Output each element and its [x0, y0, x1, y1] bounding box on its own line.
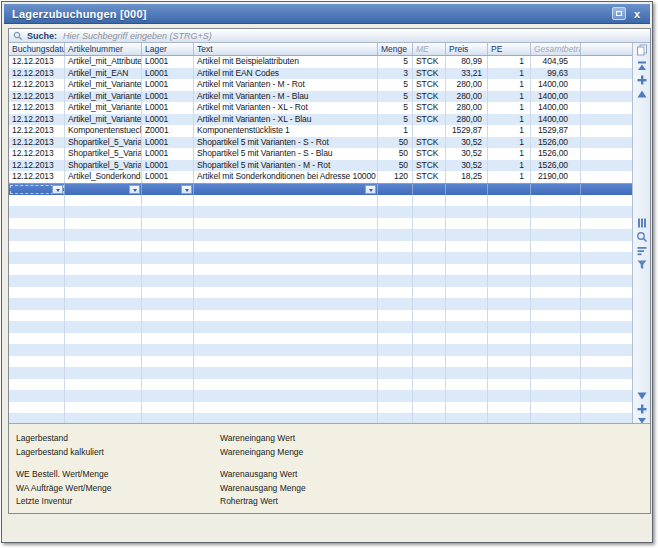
scroll-down-icon[interactable] — [636, 390, 648, 402]
table-row[interactable]: 12.12.2013Artikel_mit_Varianten.L0001Art… — [9, 79, 632, 91]
cell-buchungsdatum — [9, 218, 65, 230]
column-header-preis[interactable]: Preis — [446, 43, 488, 55]
cell-pe: 1 — [488, 79, 531, 91]
cell-text — [194, 310, 378, 322]
empty-row — [9, 356, 632, 368]
cell-menge — [378, 356, 413, 368]
new-entry-cell-gesamtbetrag[interactable] — [531, 184, 581, 195]
new-entry-cell-me[interactable] — [413, 184, 446, 195]
cell-preis — [446, 275, 488, 287]
new-entry-cell-extra[interactable] — [581, 184, 633, 195]
column-header-text[interactable]: Text — [194, 43, 378, 55]
table-row[interactable]: 12.12.2013Artikel_mit_Varianten.L0001Art… — [9, 102, 632, 114]
column-header-me[interactable]: ME — [413, 43, 446, 55]
add-row-icon[interactable] — [636, 74, 648, 86]
cell-me: STCK — [413, 137, 446, 149]
dropdown-button-text[interactable] — [365, 185, 376, 194]
cell-gesamtbetrag — [531, 298, 581, 310]
cell-lager: L0001 — [142, 148, 194, 160]
column-header-buchungsdatum[interactable]: Buchungsdatum — [9, 43, 65, 55]
cell-buchungsdatum — [9, 402, 65, 414]
cell-lager: L0001 — [142, 137, 194, 149]
info-label: Rohertrag Wert — [220, 496, 306, 510]
column-header-extra[interactable] — [581, 43, 633, 55]
filter-icon[interactable] — [636, 259, 648, 271]
table-row[interactable]: 12.12.2013Artikel_Sonderkonditi.L0001Art… — [9, 171, 632, 183]
cell-artikelnummer: Artikel_mit_EAN — [65, 68, 142, 80]
scroll-top-icon[interactable] — [636, 60, 648, 72]
cell-buchungsdatum — [9, 310, 65, 322]
cell-pe — [488, 206, 531, 218]
cell-extra — [581, 218, 632, 230]
chevron-down-icon — [133, 189, 137, 194]
sort-icon[interactable] — [636, 245, 648, 257]
cell-text — [194, 390, 378, 402]
cell-pe — [488, 241, 531, 253]
new-entry-row[interactable] — [9, 183, 632, 195]
column-header-gesamtbetrag[interactable]: Gesamtbetrag — [531, 43, 581, 55]
column-chooser-icon[interactable] — [636, 217, 648, 229]
cell-text — [194, 356, 378, 368]
new-entry-cell-text[interactable] — [194, 184, 378, 195]
column-header-lager[interactable]: Lager — [142, 43, 194, 55]
dropdown-button-buchungsdatum[interactable] — [52, 185, 63, 194]
restore-icon[interactable] — [612, 7, 626, 20]
cell-artikelnummer — [65, 344, 142, 356]
cell-pe — [488, 379, 531, 391]
new-entry-cell-preis[interactable] — [446, 184, 488, 195]
cell-pe — [488, 356, 531, 368]
cell-artikelnummer: Artikel_mit_Varianten. — [65, 79, 142, 91]
new-entry-cell-lager[interactable] — [142, 184, 194, 195]
cell-artikelnummer — [65, 195, 142, 207]
search-placeholder: Hier Suchbegriff eingeben (STRG+S) — [63, 31, 212, 41]
column-header-menge[interactable]: Menge — [378, 43, 413, 55]
cell-extra — [581, 56, 632, 68]
cell-preis — [446, 287, 488, 299]
table-row[interactable]: 12.12.2013Komponentenstueckli.Z0001Kompo… — [9, 125, 632, 137]
cell-artikelnummer — [65, 413, 142, 423]
copy-icon[interactable] — [636, 44, 648, 56]
cell-lager: L0001 — [142, 171, 194, 183]
grid-search-icon[interactable] — [636, 231, 648, 243]
cell-pe — [488, 413, 531, 423]
table-row[interactable]: 12.12.2013Artikel_mit_AttributenL0001Art… — [9, 56, 632, 68]
cell-extra — [581, 390, 632, 402]
new-entry-cell-artikelnummer[interactable] — [65, 184, 142, 195]
cell-preis: 30,52 — [446, 148, 488, 160]
add-row2-icon[interactable] — [636, 403, 648, 415]
cell-buchungsdatum — [9, 275, 65, 287]
cell-gesamtbetrag — [531, 218, 581, 230]
cell-preis — [446, 356, 488, 368]
close-icon[interactable]: x — [631, 8, 643, 20]
cell-me — [413, 321, 446, 333]
cell-buchungsdatum: 12.12.2013 — [9, 160, 65, 172]
table-row[interactable]: 12.12.2013Artikel_mit_EANL0001Artikel mi… — [9, 68, 632, 80]
cell-buchungsdatum — [9, 356, 65, 368]
info-label: Wareneingang Wert — [220, 433, 306, 447]
column-header-artikelnummer[interactable]: Artikelnummer — [65, 43, 142, 55]
scroll-up-icon[interactable] — [636, 88, 648, 100]
search-bar[interactable]: Suche: Hier Suchbegriff eingeben (STRG+S… — [9, 29, 650, 43]
table-row[interactable]: 12.12.2013Shopartikel_5_VariantL0001Shop… — [9, 160, 632, 172]
cell-lager — [142, 310, 194, 322]
cell-gesamtbetrag: 99,63 — [531, 68, 581, 80]
dropdown-button-lager[interactable] — [181, 185, 192, 194]
table-row[interactable]: 12.12.2013Artikel_mit_Varianten.L0001Art… — [9, 114, 632, 126]
new-entry-cell-buchungsdatum[interactable] — [9, 184, 65, 195]
cell-me — [413, 402, 446, 414]
dropdown-button-artikelnummer[interactable] — [129, 185, 140, 194]
table-row[interactable]: 12.12.2013Shopartikel_5_VariantL0001Shop… — [9, 137, 632, 149]
chevron-down-icon — [56, 189, 60, 194]
cell-pe — [488, 402, 531, 414]
info-label: Warenausgang Menge — [220, 483, 306, 497]
cell-me — [413, 206, 446, 218]
cell-buchungsdatum: 12.12.2013 — [9, 148, 65, 160]
cell-buchungsdatum — [9, 264, 65, 276]
new-entry-cell-pe[interactable] — [488, 184, 531, 195]
cell-preis — [446, 379, 488, 391]
table-row[interactable]: 12.12.2013Artikel_mit_Varianten.L0001Art… — [9, 91, 632, 103]
cell-lager — [142, 402, 194, 414]
column-header-pe[interactable]: PE — [488, 43, 531, 55]
table-row[interactable]: 12.12.2013Shopartikel_5_VariantL0001Shop… — [9, 148, 632, 160]
new-entry-cell-menge[interactable] — [378, 184, 413, 195]
